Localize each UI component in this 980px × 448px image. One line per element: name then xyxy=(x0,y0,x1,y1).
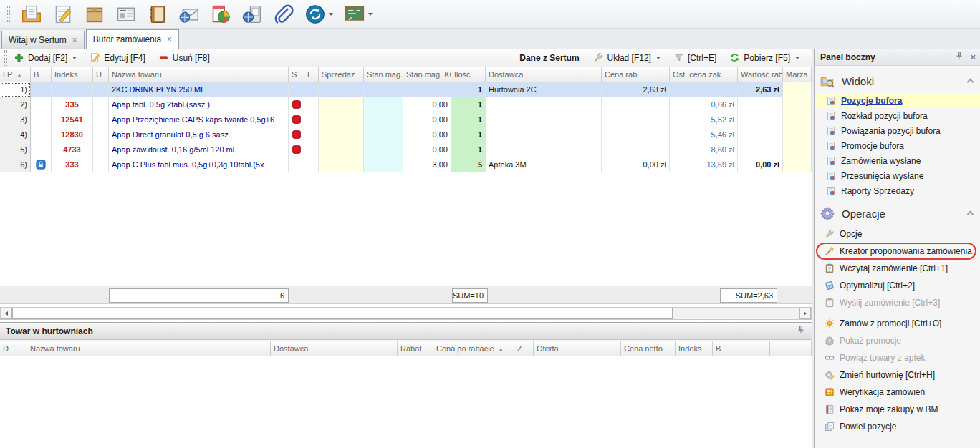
view-label: Zamówienia wysłane xyxy=(841,156,921,166)
column-header-nazwa[interactable]: Nazwa towaru xyxy=(27,341,271,356)
column-header-oferta[interactable]: Oferta xyxy=(534,341,621,356)
sidebar-op-zmien-hurtownie[interactable]: Zmień hurtownię [Ctrl+H] xyxy=(815,366,980,384)
cell-dostawca xyxy=(486,97,602,112)
table-row[interactable]: 6)333Apap C Plus tabl.mus. 0,5g+0,3g 10t… xyxy=(0,157,812,172)
toolbar-button-paperclip[interactable] xyxy=(272,3,295,26)
column-header-i[interactable]: I xyxy=(304,67,319,82)
edit-button[interactable]: Edytuj [F4] xyxy=(85,51,150,64)
section-header-widoki[interactable]: Widoki xyxy=(815,69,980,93)
toolbar-button-contacts[interactable] xyxy=(146,3,169,26)
sidebar-view-powiazania-pozycji-bufora[interactable]: Powiązania pozycji bufora xyxy=(815,123,980,138)
cell-indeks: 12541 xyxy=(52,112,93,127)
tab-close-icon[interactable] xyxy=(72,36,77,44)
sidebar-op-wczytaj-zamowienie[interactable]: Wczytaj zamówienie [Ctrl+1] xyxy=(815,260,980,277)
chevron-up-icon[interactable] xyxy=(967,211,974,218)
cell-stan_mag xyxy=(364,127,403,142)
toolbar-button-sync[interactable] xyxy=(304,3,335,26)
sidebar-view-rozklad-pozycji-bufora[interactable]: Rozkład pozycji bufora xyxy=(815,108,980,123)
sidebar-op-zamow-z-promocji[interactable]: Zamów z promocji [Ctrl+O] xyxy=(815,315,980,332)
column-header-ilosc[interactable]: Ilość xyxy=(451,67,486,82)
column-header-ost_cena_zak[interactable]: Ost. cena zak. xyxy=(670,67,738,82)
sidebar-view-zamowienia-wyslane[interactable]: Zamówienia wysłane xyxy=(815,153,980,168)
column-header-stan_mag_kc[interactable]: Stan mag. KC xyxy=(403,67,451,82)
cell-indeks: 12830 xyxy=(52,127,93,142)
sidebar-op-kreator-proponowania-zamowienia[interactable]: Kreator proponowania zamówienia xyxy=(815,243,980,260)
column-header-b[interactable]: B xyxy=(713,341,770,356)
operation-label: Wyślij zamówienie [Ctrl+3] xyxy=(840,298,940,308)
dropdown-caret-icon[interactable] xyxy=(329,13,333,16)
wrench-icon xyxy=(593,52,604,63)
sidebar-op-powiel-pozycje[interactable]: Powiel pozycje xyxy=(815,418,980,435)
column-header-z[interactable]: Z xyxy=(514,341,534,356)
scroll-right-arrow-icon[interactable] xyxy=(799,308,811,319)
toolbar-button-notepad[interactable] xyxy=(52,3,75,26)
table-row[interactable]: 2)335Apap tabl. 0,5g 2tabl.(sasz.)0,0010… xyxy=(0,97,812,112)
sidebar-view-pozycje-bufora[interactable]: Pozycje bufora xyxy=(815,93,980,108)
toolbar-button-package[interactable] xyxy=(83,3,106,26)
toolbar-button-chalkboard[interactable] xyxy=(343,3,374,26)
column-header-extra[interactable] xyxy=(770,341,812,356)
tab-witaj-w-sertum[interactable]: Witaj w Sertum xyxy=(1,31,85,49)
column-header-lp[interactable]: LP xyxy=(0,67,31,82)
filter-button[interactable]: [Ctrl+E] xyxy=(668,51,721,64)
column-header-dostawca[interactable]: Dostawca xyxy=(271,341,398,356)
table-header-row: LPBIndeksUNazwa towaruSISprzedażStan mag… xyxy=(0,67,812,82)
layout-button[interactable]: Układ [F12] xyxy=(588,51,666,64)
dropdown-caret-icon[interactable] xyxy=(656,57,660,59)
table-row[interactable]: 5)4733Apap zaw.doust. 0,16 g/5ml 120 ml0… xyxy=(0,142,812,157)
column-header-indeks[interactable]: Indeks xyxy=(52,67,93,82)
column-header-cena_netto[interactable]: Cena netto xyxy=(621,341,676,356)
column-header-label: Cena netto xyxy=(624,344,663,353)
column-header-sprzedaz[interactable]: Sprzedaż xyxy=(319,67,364,82)
sidebar-op-pokaz-promocje: Pokaż promocje xyxy=(815,332,980,349)
toolbar-button-documents[interactable] xyxy=(20,3,43,26)
cell-i xyxy=(304,157,319,172)
pin-icon[interactable] xyxy=(796,325,806,335)
sidebar-op-opcje[interactable]: Opcje xyxy=(815,225,980,243)
toolbar-button-server-globe[interactable] xyxy=(241,3,264,26)
add-button[interactable]: Dodaj [F2] xyxy=(9,51,82,64)
sidebar-op-pokaz-moje-zakupy-w-bm[interactable]: Pokaż moje zakupy w BM xyxy=(815,401,980,418)
sidebar-view-promocje-bufora[interactable]: Promocje bufora xyxy=(815,138,980,153)
column-header-dostawca[interactable]: Dostawca xyxy=(486,67,602,82)
horizontal-scrollbar[interactable] xyxy=(0,307,812,320)
sidebar-view-przesuniecia-wyslane[interactable]: Przesunięcia wysłane xyxy=(815,168,980,183)
toolbar-button-reports[interactable] xyxy=(209,3,232,26)
sidebar-op-optymalizuj[interactable]: Optymalizuj [Ctrl+2] xyxy=(815,277,980,294)
column-header-indeks[interactable]: Indeks xyxy=(676,341,713,356)
column-header-s[interactable]: S xyxy=(289,67,304,82)
tab-bufor-zamowienia[interactable]: Bufor zamówienia xyxy=(86,29,179,49)
column-header-cena_po_rabacie[interactable]: Cena po rabacie xyxy=(433,341,514,356)
pin-icon[interactable] xyxy=(954,51,964,61)
table-row[interactable]: 4)12830Apap Direct granulat 0,5 g 6 sasz… xyxy=(0,127,812,142)
column-header-cena_rab[interactable]: Cena rab. xyxy=(602,67,670,82)
column-header-marza[interactable]: Marża xyxy=(783,67,812,82)
column-header-b[interactable]: B xyxy=(31,67,52,82)
scrollbar-thumb[interactable] xyxy=(12,308,673,319)
toolbar-button-news[interactable] xyxy=(115,3,138,26)
sidebar-op-weryfikacja-zamowien[interactable]: Weryfikacja zamówień xyxy=(815,384,980,401)
column-header-label: Dostawca xyxy=(489,70,523,79)
chevron-up-icon[interactable] xyxy=(967,79,974,86)
section-header-operacje[interactable]: Operacje xyxy=(815,201,980,225)
column-header-u[interactable]: U xyxy=(93,67,109,82)
toolbar-button-mail-globe[interactable] xyxy=(178,3,201,26)
dropdown-caret-icon[interactable] xyxy=(368,13,373,16)
close-icon[interactable] xyxy=(970,52,976,62)
column-header-stan_mag[interactable]: Stan mag. xyxy=(364,67,403,82)
table-row[interactable]: 1)2KC DRINK PŁYN 250 ML1Hurtownia 2C2,63… xyxy=(0,82,812,97)
fetch-button[interactable]: Pobierz [F5] xyxy=(724,51,804,64)
summary-row: 6 SUM=10 SUM=2,63 xyxy=(0,286,812,304)
column-header-wartosc_rab[interactable]: Wartość rab. xyxy=(738,67,783,82)
column-header-d[interactable]: D xyxy=(0,341,27,356)
clipboard-icon xyxy=(825,263,835,273)
table-row[interactable]: 3)12541Apap Przeziębienie CAPS kaps.twar… xyxy=(0,112,812,127)
dropdown-caret-icon[interactable] xyxy=(795,57,799,59)
tab-close-icon[interactable] xyxy=(167,35,172,44)
column-header-rabat[interactable]: Rabat xyxy=(398,341,433,356)
sidebar-view-raporty-sprzedazy[interactable]: Raporty Sprzedaży xyxy=(815,183,980,198)
scroll-left-arrow-icon[interactable] xyxy=(1,308,12,319)
dropdown-caret-icon[interactable] xyxy=(72,57,77,59)
column-header-nazwa[interactable]: Nazwa towaru xyxy=(109,67,289,82)
delete-button[interactable]: Usuń [F8] xyxy=(153,51,215,64)
